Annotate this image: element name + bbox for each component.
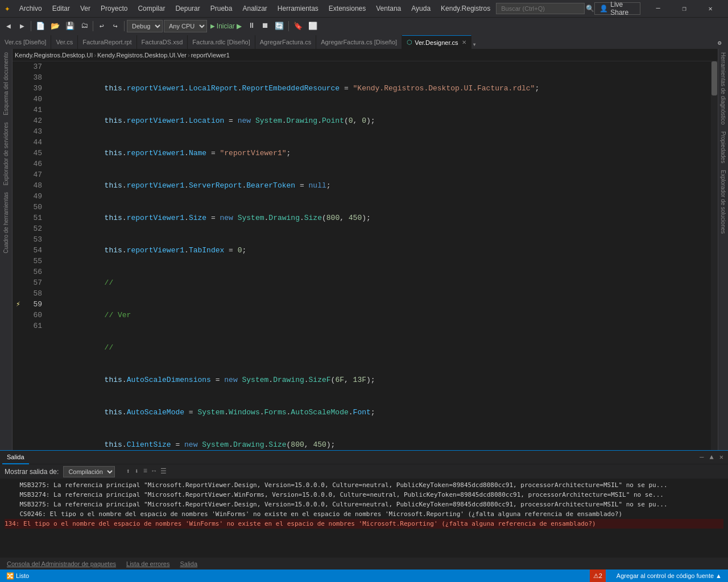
code-line-46: this.AutoScaleDimensions = new System.Dr… [49,375,709,385]
save-all-button[interactable]: 🗂 [78,20,90,32]
tab-label: Ver.cs [Diseño] [5,39,46,45]
output-wrap-button[interactable]: ↔ [150,467,158,476]
stop-button[interactable]: ⏹ [259,20,271,32]
sidebar-esquema[interactable]: Esquema del documento [2,49,10,119]
vertical-scrollbar[interactable] [711,61,718,450]
back-button[interactable]: ◀ [2,20,15,32]
code-content[interactable]: this.reportViewer1.LocalReport.ReportEmb… [47,61,711,450]
sidebar-soluciones[interactable]: Explorador de soluciones [719,167,727,237]
redo-button[interactable]: ↪ [109,20,122,32]
maximize-button[interactable]: ❐ [671,0,697,17]
forward-button[interactable]: ▶ [16,20,28,32]
ln-56: 56 [28,267,42,277]
gutter-37 [13,61,24,72]
tab-overflow[interactable]: ▾ [473,40,477,49]
output-filter-select[interactable]: Compilación [63,466,115,477]
panel-maximize-button[interactable]: ▲ [708,452,716,463]
tab-factura-rdlc[interactable]: Factura.rdlc [Diseño] [188,35,255,49]
ln-59: 59 [28,299,42,310]
status-git[interactable]: 🔀 Listo [5,569,31,582]
tab-close-button[interactable]: ✕ [462,39,466,45]
close-button[interactable]: ✕ [697,0,723,17]
gutter-58 [13,288,24,299]
search-input[interactable] [496,3,585,14]
panel-tab-salida-label: Salida [7,454,24,460]
tab-ver-designer-cs[interactable]: ⬡ Ver.Designer.cs ✕ [402,35,471,49]
bottom-tab-consola[interactable]: Consola del Administrador de paquetes [2,558,121,570]
menu-herramientas[interactable]: Herramientas [273,3,323,14]
output-settings-button[interactable]: ☰ [159,467,168,476]
menu-editar[interactable]: Editar [48,3,75,14]
ln-50: 50 [28,202,42,213]
menu-ver[interactable]: Ver [76,3,95,14]
scrollbar-thumb[interactable] [712,61,717,95]
menu-compilar[interactable]: Compilar [133,3,169,14]
bottom-tab-salida[interactable]: Salida [175,558,202,570]
ln-53: 53 [28,234,42,245]
live-share-button[interactable]: 👤 Live Share [594,2,640,15]
tab-factura-ds[interactable]: FacturaDS.xsd [137,35,188,49]
window-controls: — ❐ ✕ [645,0,723,17]
toolbar-separator-4 [288,21,289,31]
output-content[interactable]: MSB3275: La referencia principal "Micros… [0,479,728,557]
menu-extensiones[interactable]: Extensiones [324,3,370,14]
restart-button[interactable]: 🔄 [272,20,286,32]
output-clear-button[interactable]: ⬆ [124,467,131,476]
tab-factura-report[interactable]: FacturaReport.rpt [78,35,136,49]
sidebar-diagnosticos[interactable]: Herramientas de diagnóstico [719,49,727,128]
start-label: Iniciar ▶ [217,22,242,30]
tab-agregar-factura-cs[interactable]: AgregarFactura.cs [255,35,316,49]
start-button[interactable]: ▶ Iniciar ▶ [208,20,244,32]
panel-close-button[interactable]: ✕ [717,452,726,463]
code-line-40: this.reportViewer1.ServerReport.BearerTo… [49,180,709,191]
bookmark-button[interactable]: 🔖 [291,20,305,32]
status-listo-label: Listo [16,572,29,579]
breadcrumb-sep-1: › [94,52,96,59]
editor[interactable]: ⚡ 37 38 39 40 41 42 43 44 45 46 47 48 49… [13,61,718,450]
gutter-45 [13,148,24,159]
menu-ventana[interactable]: Ventana [371,3,406,14]
menu-analizar[interactable]: Analizar [238,3,271,14]
debug-mode-select[interactable]: Debug [127,20,163,32]
tab-settings-button[interactable]: ⚙ [713,36,726,49]
panel-minimize-button[interactable]: — [697,452,706,463]
menu-archivo[interactable]: Archivo [15,3,47,14]
sidebar-herramientas[interactable]: Cuadro de herramientas [2,189,10,257]
menu-ayuda[interactable]: Ayuda [407,3,435,14]
output-scroll-button[interactable]: ⬇ [133,467,140,476]
step-button[interactable]: ⬜ [306,20,320,32]
output-copy-button[interactable]: ≡ [142,467,149,476]
menu-prueba[interactable]: Prueba [206,3,237,14]
pause-button[interactable]: ⏸ [245,20,258,32]
panel-tab-salida[interactable]: Salida [2,451,29,464]
breadcrumb-file[interactable]: Kendy.Registros.Desktop.UI.Ver [97,52,187,59]
ln-54: 54 [28,245,42,256]
code-line-44: // Ver [49,310,709,321]
tab-ver-cs[interactable]: Ver.cs [51,35,78,49]
toolbar: ◀ ▶ 📄 📂 💾 🗂 ↩ ↪ Debug Any CPU ▶ Iniciar … [0,17,728,34]
save-button[interactable]: 💾 [63,20,77,32]
ln-39: 39 [28,83,42,94]
menu-depurar[interactable]: Depurar [171,3,204,14]
new-file-button[interactable]: 📄 [34,20,47,32]
platform-select[interactable]: Any CPU [164,20,207,32]
ln-57: 57 [28,277,42,288]
tab-ver-cs-diseno[interactable]: Ver.cs [Diseño] [0,35,51,49]
breadcrumb-project[interactable]: Kendy.Registros.Desktop.UI [15,52,93,59]
live-share-icon: 👤 [599,5,608,13]
tab-agregar-factura-diseno[interactable]: AgregarFactura.cs [Diseño] [316,35,402,49]
sidebar-servidores[interactable]: Explorador de servidores [2,119,10,189]
open-button[interactable]: 📂 [48,20,62,32]
gutter-61 [13,321,24,331]
ln-60: 60 [28,310,42,321]
minimize-button[interactable]: — [645,0,671,17]
menu-proyecto[interactable]: Proyecto [96,3,132,14]
undo-button[interactable]: ↩ [96,20,108,32]
bottom-tab-errores[interactable]: Lista de errores [122,558,174,570]
status-error-count[interactable]: ⚠ 2 [590,569,606,582]
ln-49: 49 [28,191,42,202]
status-source-control[interactable]: Agregar al control de código fuente ▲ [615,569,723,582]
sidebar-propiedades[interactable]: Propiedades [719,128,727,167]
main-area: Esquema del documento Explorador de serv… [0,49,728,450]
breadcrumb-viewer[interactable]: reportViewer1 [191,52,230,59]
